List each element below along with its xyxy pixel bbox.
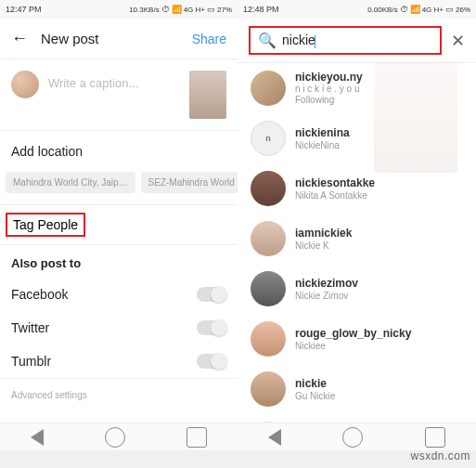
battery-icon: ▭	[445, 5, 454, 14]
status-time: 12:48 PM	[243, 5, 279, 14]
nav-home-icon[interactable]	[342, 427, 363, 448]
result-display: Nickiee	[295, 341, 411, 352]
tag-people-highlight: Tag People	[6, 213, 85, 237]
result-display: Nickie K	[295, 240, 352, 252]
toggle-facebook: Facebook	[0, 278, 238, 311]
photo-thumbnail[interactable]	[189, 71, 226, 119]
status-right: 10.3KB/s ⏱ 📶 4G H+ ▭ 27%	[129, 5, 232, 14]
status-bar: 12:47 PM 10.3KB/s ⏱ 📶 4G H+ ▭ 27%	[0, 0, 238, 19]
nav-back-icon[interactable]	[268, 429, 281, 446]
location-suggestions: Mahindra World City, Jaip… SEZ-Mahindra …	[0, 172, 238, 204]
nav-home-icon[interactable]	[105, 427, 125, 448]
share-button[interactable]: Share	[192, 32, 226, 46]
search-box-highlight: 🔍 nickie	[249, 26, 442, 55]
new-post-header: ← New post Share	[0, 19, 238, 59]
toggle-label: Tumblr	[11, 354, 51, 369]
android-nav-bar	[0, 422, 238, 450]
nav-back-icon[interactable]	[31, 429, 44, 446]
avatar	[251, 171, 286, 206]
signal-icon: 📶	[172, 5, 182, 14]
result-row[interactable]: nickiezimov Nickie Zimov	[238, 264, 476, 314]
toggle-switch[interactable]	[197, 287, 226, 302]
toggle-tumblr: Tumblr	[0, 344, 238, 378]
result-following: Following	[295, 95, 363, 106]
toggle-label: Facebook	[11, 287, 68, 302]
caption-row: Write a caption...	[0, 59, 238, 130]
avatar	[251, 321, 286, 357]
search-icon: 🔍	[258, 32, 277, 49]
add-location-row[interactable]: Add location	[0, 131, 238, 172]
result-username: nickieyou.ny	[295, 71, 363, 84]
result-row[interactable]: nickie Gu Nickie	[238, 364, 476, 414]
nav-recent-icon[interactable]	[425, 427, 445, 448]
phone-new-post: 12:47 PM 10.3KB/s ⏱ 📶 4G H+ ▭ 27% ← New …	[0, 0, 238, 450]
avatar: n	[251, 121, 286, 156]
phone-tag-search: 12:48 PM 0.00KB/s ⏱ 📶 4G H+ ▭ 26% 🔍 nick…	[238, 0, 476, 450]
result-row[interactable]: iamnickiek Nickie K	[238, 214, 476, 264]
toggle-switch[interactable]	[197, 320, 226, 335]
signal-icon: 📶	[410, 5, 420, 14]
result-username: nickiesontakke	[295, 176, 375, 189]
avatar	[251, 271, 286, 306]
android-nav-bar	[238, 422, 476, 450]
toggle-switch[interactable]	[197, 354, 226, 369]
alarm-icon: ⏱	[400, 5, 408, 14]
page-title: New post	[41, 31, 192, 46]
user-avatar[interactable]	[11, 71, 39, 98]
back-icon[interactable]: ←	[11, 29, 28, 48]
status-bar: 12:48 PM 0.00KB/s ⏱ 📶 4G H+ ▭ 26%	[238, 0, 476, 19]
result-display: Nikita A Sontakke	[295, 190, 375, 202]
search-header: 🔍 nickie ✕	[238, 19, 476, 63]
toggle-label: Twitter	[11, 320, 49, 335]
caption-input[interactable]: Write a caption...	[48, 71, 180, 90]
result-row[interactable]: nickiesontakke Nikita A Sontakke	[238, 163, 476, 214]
battery-icon: ▭	[207, 5, 215, 14]
location-chip[interactable]: SEZ-Mahindra World City	[141, 172, 238, 193]
search-results: nickieyou.ny n i c k i e . y o u Followi…	[238, 63, 476, 422]
result-row[interactable]: rouge_glow_by_nicky Nickiee	[238, 314, 476, 364]
also-post-to-label: Also post to	[0, 245, 238, 278]
status-time: 12:47 PM	[6, 5, 42, 14]
result-username: nickienina	[295, 126, 350, 139]
advanced-settings-link[interactable]: Advanced settings	[0, 379, 238, 411]
tag-people-row[interactable]: Tag People	[13, 217, 78, 232]
result-username: nickiezimov	[295, 277, 358, 290]
result-username: nickie	[295, 377, 335, 390]
status-right: 0.00KB/s ⏱ 📶 4G H+ ▭ 26%	[367, 5, 470, 14]
result-display: NickieNina	[295, 140, 350, 151]
alarm-icon: ⏱	[161, 5, 170, 14]
toggle-twitter: Twitter	[0, 311, 238, 344]
result-display: Nickie Zimov	[295, 291, 358, 302]
avatar	[251, 371, 286, 407]
location-chip[interactable]: Mahindra World City, Jaip…	[6, 172, 135, 193]
result-row[interactable]: n nickienina NickieNina	[238, 113, 476, 163]
close-icon[interactable]: ✕	[451, 31, 465, 51]
avatar	[251, 71, 286, 106]
result-username: rouge_glow_by_nicky	[295, 327, 411, 340]
result-display: Gu Nickie	[295, 391, 335, 402]
result-display: n i c k i e . y o u	[295, 84, 363, 95]
nav-recent-icon[interactable]	[187, 427, 207, 448]
result-username: iamnickiek	[295, 227, 352, 240]
search-input[interactable]: nickie	[282, 32, 432, 47]
avatar	[251, 221, 286, 256]
watermark: wsxdn.com	[410, 449, 470, 462]
text-cursor	[315, 35, 315, 48]
result-row[interactable]: nickieyou.ny n i c k i e . y o u Followi…	[238, 63, 476, 113]
result-row[interactable]: nickie_berry_5 Her_Majesty👑	[238, 414, 476, 422]
